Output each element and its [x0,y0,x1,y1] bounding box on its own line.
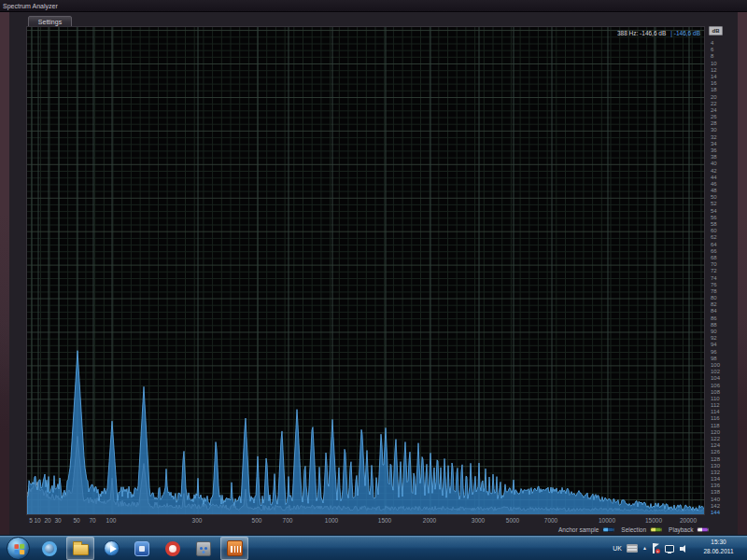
legend-item-anchor-sample: Anchor sample [558,525,614,534]
freq-tick-label: 10000 [599,517,615,525]
freq-tick-label: 70 [89,517,95,525]
legend-swatch-playback [697,527,709,532]
db-tick-label: 130 [711,463,720,469]
db-tick-label: 60 [711,228,717,233]
taskbar: UK ▲ x 15:30 28.06.2011 [0,535,747,560]
db-tick-label: 66 [711,248,717,254]
db-tick-label: 54 [711,208,717,214]
db-tick-label: 116 [711,415,720,421]
db-tick-label: 74 [711,275,717,281]
db-tick-label: 88 [711,322,717,328]
cursor-value: 388 Hz: -146,6 dB [617,30,666,36]
db-tick-label: 120 [711,429,720,435]
db-tick-label: 24 [711,107,717,113]
db-tick-label: 20 [711,94,717,100]
desktop-wallpaper-right [738,12,747,535]
window-titlebar[interactable]: Spectrum Analyzer [0,0,747,12]
db-tick-label: 36 [711,147,717,153]
db-tick-label: 90 [711,329,717,334]
taskbar-app-media-player[interactable] [97,537,125,560]
gray-app-icon [196,541,211,556]
db-tick-label: 56 [711,215,717,220]
windows-logo-icon [14,544,24,555]
taskbar-app-explorer[interactable] [66,537,94,560]
db-tick-label: 46 [711,181,717,187]
db-tick-label: 40 [711,161,717,166]
freq-tick-label: 7000 [544,517,557,525]
show-hidden-icons[interactable]: ▲ [642,546,647,551]
freq-tick-label: 1500 [378,517,391,525]
db-tick-label: 48 [711,188,717,193]
clock-date: 28.06.2011 [693,547,744,556]
desktop-wallpaper-left [0,12,9,535]
cursor-readout: 388 Hz: -146,6 dB| -146,6 dB [617,30,700,36]
freq-tick-label: 10 [34,517,40,525]
db-tick-label: 144 [711,510,720,515]
db-tick-label: 82 [711,301,717,307]
keyboard-layout-icon[interactable] [627,544,638,553]
desktop: Spectrum Analyzer Settings 388 Hz: -146,… [0,0,747,560]
legend-item-selection: Selection [621,525,662,534]
db-tick-label: 76 [711,282,717,287]
db-tick-label: 118 [711,423,720,428]
freq-tick-label: 20000 [680,517,697,525]
db-tick-label: 50 [711,194,717,200]
db-tick-label: 136 [711,483,720,488]
db-tick-label: 10 [711,61,717,66]
network-icon[interactable] [665,544,675,553]
db-axis: dB 4681012141618202224262830323436384042… [708,26,736,515]
db-tick-label: 110 [711,396,720,401]
db-tick-label: 104 [711,375,720,381]
browser-swirl-icon [42,541,57,556]
db-tick-label: 34 [711,141,717,147]
db-tick-label: 70 [711,261,717,267]
freq-tick-label: 3000 [472,517,485,525]
db-tick-label: 52 [711,201,717,206]
db-tick-label: 114 [711,409,720,414]
opera-icon [165,541,180,556]
db-tick-label: 106 [711,383,720,388]
db-tick-label: 26 [711,114,717,119]
db-tick-label: 38 [711,154,717,160]
db-tick-label: 78 [711,288,717,294]
taskbar-app-photo[interactable] [190,537,218,560]
taskbar-app-blue[interactable] [128,537,156,560]
taskbar-apps [35,536,248,560]
taskbar-app-browser[interactable] [35,537,63,560]
db-tick-label: 68 [711,255,717,260]
db-tick-label: 112 [711,402,720,408]
frequency-axis: 5102030507010030050070010001500200030005… [26,516,705,525]
db-tick-label: 8 [711,53,713,59]
audio-editor-icon [227,540,243,556]
taskbar-clock[interactable]: 15:30 28.06.2011 [693,538,744,556]
freq-tick-label: 100 [106,517,117,525]
db-tick-label: 30 [711,127,717,133]
freq-tick-label: 30 [54,517,61,525]
legend-label: Anchor sample [558,525,599,534]
freq-tick-label: 5000 [506,517,519,525]
taskbar-app-audio-editor[interactable] [220,537,248,560]
db-tick-label: 126 [711,449,720,455]
volume-icon[interactable] [680,544,689,553]
freq-tick-label: 1000 [325,517,338,525]
action-center-flag-icon[interactable]: x [652,543,660,553]
freq-tick-label: 5 [29,517,33,525]
blue-app-icon [134,541,149,556]
freq-tick-label: 300 [192,517,203,525]
spectrum-plot[interactable]: 388 Hz: -146,6 dB| -146,6 dB [26,26,705,515]
freq-tick-label: 500 [252,517,262,525]
db-tick-label: 100 [711,362,720,368]
language-indicator[interactable]: UK [613,545,622,552]
start-button[interactable] [7,537,30,560]
spectrum-curves [27,27,705,515]
db-tick-label: 84 [711,308,717,314]
media-player-icon [104,540,120,556]
legend-swatch-anchor [602,527,614,532]
taskbar-app-opera[interactable] [159,537,187,560]
db-tick-label: 14 [711,74,717,79]
db-tick-label: 132 [711,469,720,475]
freq-tick-label: 2000 [423,517,436,525]
db-tick-label: 122 [711,436,720,441]
freq-tick-label: 20 [44,517,50,525]
db-tick-label: 58 [711,221,717,227]
